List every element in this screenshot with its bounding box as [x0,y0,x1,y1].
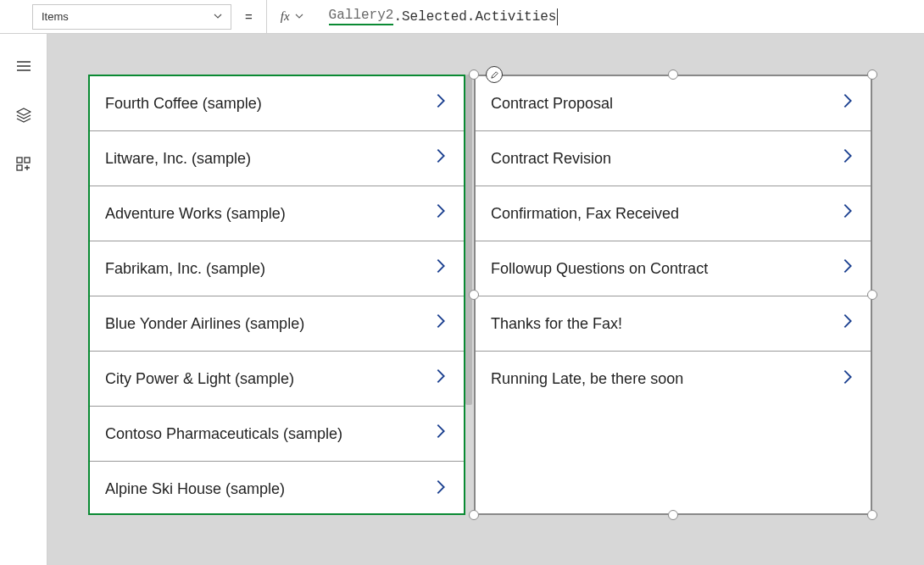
equals-sign: = [240,9,258,24]
chevron-right-icon[interactable] [431,478,450,501]
chevron-down-icon [295,12,303,22]
chevron-right-icon[interactable] [431,91,450,115]
hamburger-icon[interactable] [15,58,32,78]
formula-token-dot: . [467,9,476,25]
fx-button[interactable]: fx [266,0,315,34]
chevron-right-icon[interactable] [431,257,450,280]
list-item[interactable]: Blue Yonder Airlines (sample) [90,296,464,352]
list-item-label: Litware, Inc. (sample) [105,150,251,168]
list-item-label: Fabrikam, Inc. (sample) [105,260,265,278]
formula-token-gallery: Gallery2 [329,8,394,25]
chevron-right-icon[interactable] [431,312,450,335]
chevron-right-icon[interactable] [838,368,857,391]
formula-token-selected: Selected [402,9,467,25]
grid-add-icon[interactable] [15,156,32,176]
list-item[interactable]: Alpine Ski House (sample) [90,462,464,515]
list-item[interactable]: Followup Questions on Contract [476,241,871,296]
list-item[interactable]: Confirmation, Fax Received [476,186,871,241]
list-item-label: Alpine Ski House (sample) [105,480,285,498]
list-item[interactable]: Fabrikam, Inc. (sample) [90,241,464,296]
chevron-right-icon[interactable] [838,312,857,335]
fx-label: fx [281,9,290,24]
formula-bar: Items = fx Gallery2.Selected.Activities [0,0,924,34]
list-item-label: Contract Revision [491,150,611,168]
formula-input[interactable]: Gallery2.Selected.Activities [324,0,924,34]
chevron-right-icon[interactable] [431,422,450,446]
list-item-label: Thanks for the Fax! [491,315,622,333]
chevron-right-icon[interactable] [431,147,450,170]
svg-rect-2 [17,165,22,170]
svg-rect-1 [25,158,30,163]
selection-handle[interactable] [668,69,678,80]
text-cursor [557,8,558,25]
list-item-label: Running Late, be there soon [491,370,683,388]
selection-handle[interactable] [867,510,877,520]
selection-handle[interactable] [469,69,479,80]
gallery-activities[interactable]: Contract Proposal Contract Revision Conf… [474,75,872,515]
property-dropdown-label: Items [42,10,69,23]
list-item[interactable]: Adventure Works (sample) [90,186,464,241]
canvas[interactable]: Fourth Coffee (sample) Litware, Inc. (sa… [47,34,924,565]
chevron-right-icon[interactable] [838,202,857,225]
list-item[interactable]: Running Late, be there soon [476,352,871,407]
chevron-down-icon [214,10,222,23]
list-item-label: Contract Proposal [491,95,613,113]
formula-token-dot: . [393,9,402,25]
selection-handle[interactable] [867,290,877,300]
chevron-right-icon[interactable] [431,202,450,225]
list-item-label: Adventure Works (sample) [105,205,286,223]
list-item[interactable]: Thanks for the Fax! [476,296,871,352]
list-item[interactable]: Contoso Pharmaceuticals (sample) [90,407,464,462]
selection-handle[interactable] [469,510,479,520]
list-item-label: City Power & Light (sample) [105,370,294,388]
gallery-accounts[interactable]: Fourth Coffee (sample) Litware, Inc. (sa… [88,75,465,515]
list-item[interactable]: Contract Proposal [476,76,871,131]
selection-handle[interactable] [867,69,877,80]
formula-token-activities: Activities [475,9,556,25]
edit-pencil-badge[interactable] [486,66,503,83]
property-dropdown[interactable]: Items [32,4,231,30]
chevron-right-icon[interactable] [838,257,857,280]
list-item[interactable]: Litware, Inc. (sample) [90,131,464,186]
list-item-label: Fourth Coffee (sample) [105,95,262,113]
selection-handle[interactable] [668,510,678,520]
chevron-right-icon[interactable] [838,91,857,115]
list-item-label: Confirmation, Fax Received [491,205,679,223]
list-item[interactable]: Contract Revision [476,131,871,186]
layers-icon[interactable] [15,107,32,127]
list-item-label: Contoso Pharmaceuticals (sample) [105,425,342,443]
left-rail [0,34,47,565]
list-item[interactable]: Fourth Coffee (sample) [90,76,464,131]
chevron-right-icon[interactable] [838,147,857,170]
list-item-label: Followup Questions on Contract [491,260,708,278]
selection-handle[interactable] [469,290,479,300]
list-item-label: Blue Yonder Airlines (sample) [105,315,304,333]
svg-rect-0 [17,158,22,163]
chevron-right-icon[interactable] [431,367,450,391]
list-item[interactable]: City Power & Light (sample) [90,352,464,407]
